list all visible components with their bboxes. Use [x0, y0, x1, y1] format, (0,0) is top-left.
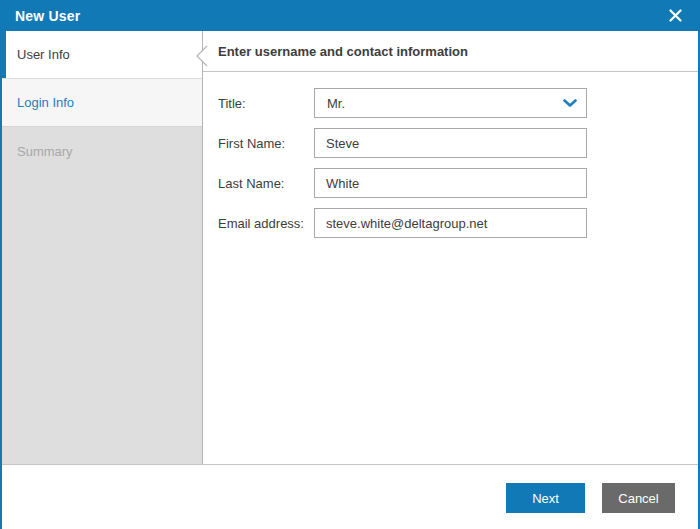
email-label: Email address:	[218, 216, 314, 231]
close-button[interactable]	[664, 5, 686, 27]
form-row-last-name: Last Name:	[218, 168, 698, 198]
first-name-field[interactable]	[314, 128, 587, 158]
dialog-title: New User	[15, 8, 80, 24]
dialog-footer: Next Cancel	[2, 464, 698, 529]
step-content: Enter username and contact information T…	[203, 31, 698, 464]
close-icon	[669, 9, 682, 22]
step-label: Summary	[17, 144, 73, 159]
title-selected-value: Mr.	[327, 96, 345, 111]
next-button[interactable]: Next	[506, 483, 585, 513]
cancel-button[interactable]: Cancel	[602, 483, 675, 513]
form-row-first-name: First Name:	[218, 128, 698, 158]
last-name-field[interactable]	[314, 168, 587, 198]
step-header: Enter username and contact information	[203, 31, 698, 72]
title-bar: New User	[2, 0, 698, 31]
form-row-email: Email address:	[218, 208, 698, 238]
sidebar-item-user-info[interactable]: User Info	[2, 31, 202, 79]
new-user-dialog: New User User Info Login Info Summary	[0, 0, 700, 529]
last-name-label: Last Name:	[218, 176, 314, 191]
email-field[interactable]	[314, 208, 587, 238]
title-label: Title:	[218, 96, 314, 111]
title-select[interactable]: Mr.	[314, 88, 587, 118]
step-label: Login Info	[17, 95, 74, 110]
first-name-label: First Name:	[218, 136, 314, 151]
active-step-pointer-icon	[196, 45, 208, 67]
active-step-accent-bar	[2, 31, 6, 78]
wizard-steps-sidebar: User Info Login Info Summary	[2, 31, 203, 464]
sidebar-item-summary: Summary	[2, 127, 202, 175]
user-info-form: Title: Mr. First Name: Last Name:	[203, 72, 698, 248]
form-row-title: Title: Mr.	[218, 88, 698, 118]
chevron-down-icon	[563, 99, 577, 108]
step-label: User Info	[17, 47, 70, 62]
dialog-body: User Info Login Info Summary Enter usern…	[2, 31, 698, 464]
sidebar-item-login-info[interactable]: Login Info	[2, 79, 202, 127]
